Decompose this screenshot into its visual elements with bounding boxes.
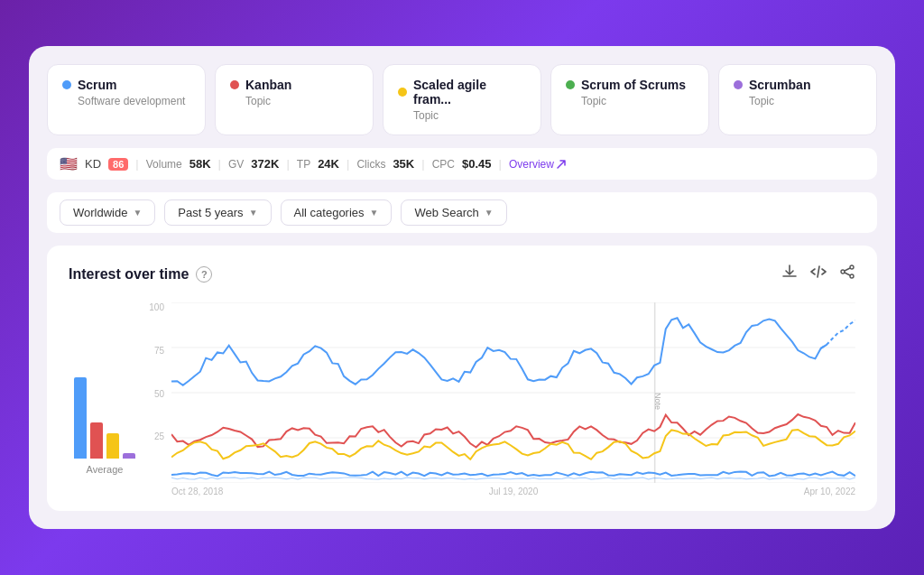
y-axis: 100755025 <box>141 302 168 475</box>
chevron-down-icon: ▼ <box>133 208 142 218</box>
filter-btn-type[interactable]: Web Search▼ <box>401 199 506 226</box>
clicks-label: Clicks <box>356 158 385 171</box>
x-axis-labels: Oct 28, 2018Jul 19, 2020Apr 10, 2022 <box>171 487 855 496</box>
topic-card-name: Kanban <box>230 78 358 92</box>
filter-label: Worldwide <box>73 206 127 219</box>
topic-cards: Scrum Software development Kanban Topic … <box>47 64 877 135</box>
gv-value: 372K <box>251 157 279 171</box>
topic-name: Scrum <box>78 78 117 92</box>
topic-dot <box>734 80 743 89</box>
topic-card-name: Scrum of Scrums <box>566 78 694 92</box>
embed-button[interactable] <box>810 264 827 284</box>
topic-card-name: Scrumban <box>734 78 862 92</box>
topic-card-scaled[interactable]: Scaled agile fram... Topic <box>383 64 541 135</box>
topic-card-scrum-of-scrums[interactable]: Scrum of Scrums Topic <box>550 64 709 135</box>
share-button[interactable] <box>839 264 855 284</box>
topic-subtitle: Topic <box>566 95 694 107</box>
chevron-down-icon: ▼ <box>249 208 258 218</box>
topic-name: Scaled agile fram... <box>413 78 526 107</box>
filters-row: Worldwide▼Past 5 years▼All categories▼We… <box>47 192 877 233</box>
topic-subtitle: Topic <box>734 95 862 107</box>
filter-btn-period[interactable]: Past 5 years▼ <box>164 199 271 226</box>
tp-label: TP <box>297 158 310 171</box>
y-axis-label: 50 <box>141 389 164 399</box>
svg-point-1 <box>841 270 845 274</box>
topic-card-kanban[interactable]: Kanban Topic <box>215 64 374 135</box>
chevron-down-icon: ▼ <box>370 208 379 218</box>
stats-row: 🇺🇸 KD 86 | Volume 58K | GV 372K | TP 24K… <box>47 148 877 180</box>
avg-bar <box>106 433 119 459</box>
clicks-value: 35K <box>393 157 414 171</box>
cpc-label: CPC <box>432 158 455 171</box>
topic-card-scrum[interactable]: Scrum Software development <box>47 64 206 135</box>
kd-label: KD <box>85 157 101 171</box>
cpc-value: $0.45 <box>462 157 492 171</box>
avg-bar <box>90 422 103 459</box>
chart-svg-container: Note <box>171 302 855 483</box>
filter-label: All categories <box>294 206 365 219</box>
filter-btn-category[interactable]: All categories▼ <box>281 199 393 226</box>
filter-btn-location[interactable]: Worldwide▼ <box>60 199 155 226</box>
download-button[interactable] <box>781 264 798 284</box>
topic-subtitle: Topic <box>230 95 358 107</box>
topic-card-scrumban[interactable]: Scrumban Topic <box>718 64 877 135</box>
svg-point-0 <box>850 265 854 269</box>
y-axis-label: 75 <box>141 346 164 356</box>
chart-panel: Interest over time ? Average <box>47 246 877 511</box>
avg-bars <box>74 368 135 459</box>
volume-value: 58K <box>189 157 211 171</box>
topic-name: Scrum of Scrums <box>581 78 686 92</box>
topic-subtitle: Topic <box>398 109 526 122</box>
line-chart-wrapper: 100755025 Note Oct 28, 2018Jul 19, 2020A… <box>141 302 855 496</box>
main-container: Scrum Software development Kanban Topic … <box>29 46 895 529</box>
avg-bar <box>123 453 135 459</box>
average-bars-section: Average <box>69 368 141 496</box>
volume-label: Volume <box>146 158 182 171</box>
topic-dot <box>230 80 239 89</box>
filter-label: Web Search <box>414 206 478 219</box>
topic-dot <box>62 80 71 89</box>
chart-title: Interest over time <box>69 266 189 283</box>
x-axis-label: Oct 28, 2018 <box>171 487 223 496</box>
chart-area: Average 100755025 Note Oct 28, 2018Jul 1… <box>69 302 855 496</box>
x-axis-label: Jul 19, 2020 <box>489 487 539 496</box>
topic-name: Scrumban <box>749 78 810 92</box>
svg-point-2 <box>850 274 854 278</box>
gv-label: GV <box>228 158 244 171</box>
filter-label: Past 5 years <box>178 206 243 219</box>
topic-card-name: Scrum <box>62 78 190 92</box>
overview-link[interactable]: Overview <box>509 158 567 171</box>
flag-icon: 🇺🇸 <box>60 155 78 172</box>
kd-badge: 86 <box>108 158 128 171</box>
avg-bar <box>74 377 87 459</box>
topic-name: Kanban <box>245 78 291 92</box>
help-icon[interactable]: ? <box>196 266 212 283</box>
avg-label: Average <box>87 464 124 475</box>
y-axis-label: 25 <box>141 431 164 441</box>
line-chart-svg: Note <box>171 302 855 483</box>
chart-header: Interest over time ? <box>69 264 855 284</box>
topic-subtitle: Software development <box>62 95 190 107</box>
tp-value: 24K <box>318 157 339 171</box>
topic-dot <box>566 80 575 89</box>
topic-dot <box>398 88 407 97</box>
chart-actions <box>781 264 855 284</box>
y-axis-label: 100 <box>141 302 164 312</box>
x-axis-label: Apr 10, 2022 <box>804 487 855 496</box>
chevron-down-icon: ▼ <box>485 208 494 218</box>
svg-text:Note: Note <box>653 393 662 410</box>
chart-title-group: Interest over time ? <box>69 266 212 283</box>
topic-card-name: Scaled agile fram... <box>398 78 526 107</box>
